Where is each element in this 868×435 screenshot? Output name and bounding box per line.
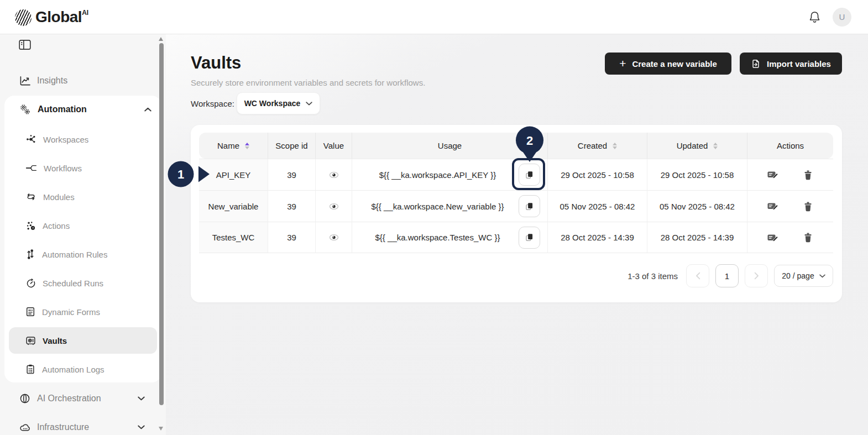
table-row: API_KEY 39 ${{ __ka.workspace.API_KEY }}… xyxy=(199,159,833,190)
create-variable-button[interactable]: + Create a new variable xyxy=(605,53,731,75)
sidebar-collapse-icon[interactable] xyxy=(18,39,32,51)
next-page-button[interactable] xyxy=(745,264,768,287)
page-size-value: 20 / page xyxy=(782,271,814,280)
sidebar-scrollbar[interactable] xyxy=(159,34,164,435)
sidebar: Insights Automation xyxy=(0,34,166,435)
page-number-button[interactable]: 1 xyxy=(715,264,739,287)
vaults-table-card: Name Scope id Value Usage Created Update… xyxy=(191,125,842,302)
sort-icon[interactable] xyxy=(713,143,718,149)
sidebar-label: Modules xyxy=(43,192,75,202)
copy-usage-button[interactable] xyxy=(519,227,540,249)
reveal-value-eye-icon[interactable] xyxy=(328,202,339,211)
cell-scope-id: 39 xyxy=(268,190,316,222)
cell-created: 29 Oct 2025 - 10:58 xyxy=(548,159,647,190)
avatar-initial: U xyxy=(839,12,845,22)
chevron-right-icon xyxy=(754,272,759,280)
scrollbar-thumb[interactable] xyxy=(159,43,164,405)
column-header-created[interactable]: Created xyxy=(548,133,647,159)
rules-swap-icon xyxy=(25,249,35,260)
scroll-down-arrow[interactable] xyxy=(159,427,163,431)
cell-actions xyxy=(747,190,833,222)
user-avatar[interactable]: U xyxy=(833,8,851,27)
header-label: Name xyxy=(217,141,239,150)
logo-text: Global xyxy=(35,8,82,26)
sidebar-label: AI Orchestration xyxy=(37,394,101,403)
sidebar-item-actions[interactable]: Actions xyxy=(4,214,161,237)
sidebar-item-workspaces[interactable]: Workspaces xyxy=(4,128,161,150)
table-row: New_variable 39 ${{ __ka.workspace.New_v… xyxy=(199,190,833,222)
import-file-icon xyxy=(751,59,761,69)
cell-value xyxy=(316,190,352,222)
column-header-usage[interactable]: Usage xyxy=(352,133,548,159)
scope-id: 39 xyxy=(287,233,296,242)
reveal-value-eye-icon[interactable] xyxy=(328,170,339,179)
copy-usage-button[interactable] xyxy=(519,195,540,217)
delete-variable-trash-icon[interactable] xyxy=(801,231,815,244)
sidebar-item-automation-rules[interactable]: Automation Rules xyxy=(4,243,161,265)
reveal-value-eye-icon[interactable] xyxy=(328,233,339,242)
sidebar-item-vaults[interactable]: Vaults xyxy=(9,327,157,354)
sidebar-item-automation-logs[interactable]: Automation Logs xyxy=(4,358,161,380)
edit-variable-icon[interactable] xyxy=(766,231,780,244)
previous-page-button[interactable] xyxy=(686,264,709,287)
sidebar-item-scheduled-runs[interactable]: Scheduled Runs xyxy=(4,272,161,294)
pagination: 1-3 of 3 items 1 20 / page xyxy=(628,264,833,287)
sidebar-label: Automation Rules xyxy=(42,250,107,259)
page-subtitle: Securely store environment variables and… xyxy=(191,78,425,87)
workspace-selected-value: WC Workspace xyxy=(244,99,301,108)
edit-variable-icon[interactable] xyxy=(766,200,780,213)
sort-icon[interactable] xyxy=(613,143,617,149)
logs-clipboard-icon xyxy=(25,364,35,375)
create-variable-label: Create a new variable xyxy=(632,59,717,69)
workflows-branch-icon xyxy=(25,163,37,173)
main-content: Vaults Securely store environment variab… xyxy=(166,34,868,435)
scroll-up-arrow[interactable] xyxy=(159,37,163,41)
variable-name: New_variable xyxy=(208,202,259,211)
header-label: Actions xyxy=(777,141,804,150)
created-date: 05 Nov 2025 - 08:42 xyxy=(560,202,635,211)
cell-created: 28 Oct 2025 - 14:39 xyxy=(548,222,647,253)
page-size-select[interactable]: 20 / page xyxy=(774,265,833,287)
sidebar-item-ai-orchestration[interactable]: AI Orchestration xyxy=(0,387,157,410)
usage-expression: ${{ __ka.workspace.API_KEY }} xyxy=(379,170,521,180)
sidebar-item-modules[interactable]: Modules xyxy=(4,186,161,208)
cell-value xyxy=(316,159,352,190)
delete-variable-trash-icon[interactable] xyxy=(801,200,815,213)
orchestration-sphere-icon xyxy=(19,393,31,404)
sidebar-item-insights[interactable]: Insights xyxy=(0,70,157,92)
column-header-updated[interactable]: Updated xyxy=(647,133,747,159)
created-date: 29 Oct 2025 - 10:58 xyxy=(561,170,634,180)
notifications-bell-icon[interactable] xyxy=(807,10,822,24)
chevron-down-icon xyxy=(138,396,145,401)
column-header-value[interactable]: Value xyxy=(316,133,352,159)
logo-superscript: AI xyxy=(82,9,88,17)
column-header-name[interactable]: Name xyxy=(199,133,268,159)
header-label: Scope id xyxy=(275,141,307,150)
edit-variable-icon[interactable] xyxy=(766,168,780,181)
workspaces-network-icon xyxy=(25,134,36,145)
sidebar-label: Scheduled Runs xyxy=(43,279,103,288)
sidebar-label: Infrastructure xyxy=(37,422,89,432)
sidebar-item-workflows[interactable]: Workflows xyxy=(4,157,161,179)
sidebar-item-infrastructure[interactable]: Infrastructure xyxy=(0,416,157,435)
sidebar-item-dynamic-forms[interactable]: Dynamic Forms xyxy=(4,301,161,323)
sidebar-label: Workspaces xyxy=(43,135,88,144)
app-window: Global AI U xyxy=(0,0,868,435)
cell-scope-id: 39 xyxy=(268,222,316,253)
column-header-scope-id[interactable]: Scope id xyxy=(268,133,316,159)
copy-usage-button[interactable] xyxy=(519,164,540,186)
column-header-actions: Actions xyxy=(747,133,833,159)
chevron-left-icon xyxy=(696,272,700,280)
usage-expression: ${{ __ka.workspace.Testes_WC }} xyxy=(375,233,525,242)
cell-updated: 29 Oct 2025 - 10:58 xyxy=(647,159,747,190)
cell-scope-id: 39 xyxy=(268,159,316,190)
variable-name: Testes_WC xyxy=(212,233,255,242)
import-variables-button[interactable]: Import variables xyxy=(740,53,842,75)
workspace-select[interactable]: WC Workspace xyxy=(237,92,320,114)
sidebar-item-automation[interactable]: Automation xyxy=(4,98,161,120)
cell-created: 05 Nov 2025 - 08:42 xyxy=(548,190,647,222)
usage-expression: ${{ __ka.workspace.New_variable }} xyxy=(371,202,528,211)
delete-variable-trash-icon[interactable] xyxy=(801,168,815,181)
table-header-row: Name Scope id Value Usage Created Update… xyxy=(199,133,833,159)
sort-icon[interactable] xyxy=(245,143,249,149)
